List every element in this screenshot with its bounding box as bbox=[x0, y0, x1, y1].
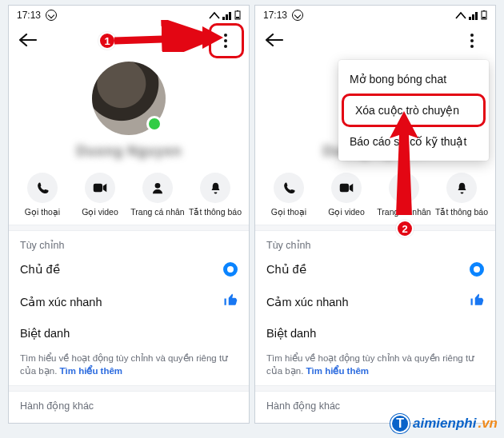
watermark: Taimienphi.vn bbox=[390, 414, 498, 433]
messenger-icon bbox=[292, 10, 303, 21]
row-theme-label: Chủ đề bbox=[20, 263, 60, 276]
avatar[interactable] bbox=[92, 62, 166, 135]
thumbs-up-icon bbox=[223, 293, 238, 311]
battery-icon bbox=[234, 10, 241, 20]
profile-name: Duong Nguyen bbox=[9, 143, 249, 160]
divider bbox=[255, 385, 495, 392]
theme-color-icon bbox=[470, 262, 484, 277]
section-customize: Tùy chỉnh bbox=[9, 231, 249, 254]
svg-rect-3 bbox=[94, 184, 102, 193]
more-menu-button[interactable] bbox=[458, 27, 486, 54]
row-quick-reaction-label: Cảm xúc nhanh bbox=[266, 296, 349, 309]
mute-button[interactable]: Tắt thông báo bbox=[434, 173, 490, 217]
row-nickname[interactable]: Biệt danh bbox=[9, 319, 249, 348]
status-icons bbox=[455, 10, 487, 20]
action-row: Gọi thoại Gọi video Trang cá nhân Tắt th… bbox=[255, 160, 495, 225]
back-button[interactable] bbox=[18, 30, 38, 51]
annotation-arrow-2 bbox=[380, 111, 428, 231]
divider bbox=[9, 385, 249, 392]
policy-link[interactable]: Tìm hiểu thêm bbox=[306, 366, 370, 376]
mute-label: Tắt thông báo bbox=[434, 207, 490, 217]
policy-link[interactable]: Tìm hiểu thêm bbox=[60, 366, 123, 376]
section-other: Hành động khác bbox=[255, 392, 495, 415]
presence-indicator bbox=[146, 116, 162, 132]
video-button[interactable]: Gọi video bbox=[72, 173, 128, 217]
profile-label: Trang cá nhân bbox=[130, 207, 186, 217]
divider bbox=[255, 225, 495, 231]
divider bbox=[9, 225, 249, 231]
section-other: Hành động khác bbox=[9, 392, 249, 415]
mute-label: Tắt thông báo bbox=[187, 207, 243, 217]
svg-rect-1 bbox=[237, 10, 238, 11]
section-customize: Tùy chỉnh bbox=[255, 231, 495, 254]
call-button[interactable]: Gọi thoại bbox=[14, 173, 70, 217]
policy-text: Tìm hiểu về hoạt động tùy chỉnh và quyền… bbox=[255, 348, 495, 385]
svg-rect-9 bbox=[482, 17, 486, 18]
call-button[interactable]: Gọi thoại bbox=[261, 173, 317, 217]
row-theme[interactable]: Chủ đề bbox=[255, 254, 495, 285]
svg-rect-2 bbox=[236, 17, 239, 18]
row-theme[interactable]: Chủ đề bbox=[9, 254, 249, 285]
svg-point-4 bbox=[155, 183, 161, 189]
theme-color-icon bbox=[223, 262, 238, 277]
video-label: Gọi video bbox=[72, 207, 128, 217]
row-quick-reaction-label: Cảm xúc nhanh bbox=[20, 296, 102, 309]
row-quick-reaction[interactable]: Cảm xúc nhanh bbox=[9, 285, 249, 319]
status-time: 17:13 bbox=[17, 10, 41, 21]
policy-text: Tìm hiểu về hoạt động tùy chỉnh và quyền… bbox=[9, 348, 249, 385]
header bbox=[255, 23, 495, 58]
row-theme-label: Chủ đề bbox=[266, 263, 306, 276]
phone-screen-2: 17:13 Duong Nguyen Gọi thoại Gọi bbox=[254, 5, 496, 424]
action-row: Gọi thoại Gọi video Trang cá nhân Tắt th… bbox=[9, 160, 249, 225]
call-label: Gọi thoại bbox=[14, 207, 70, 217]
svg-marker-6 bbox=[202, 26, 223, 49]
row-nickname[interactable]: Biệt danh bbox=[255, 319, 495, 348]
phone-screen-1: 17:13 Duong Nguyen Gọi thoại Gọi bbox=[8, 5, 250, 424]
messenger-icon bbox=[46, 10, 57, 21]
row-quick-reaction[interactable]: Cảm xúc nhanh bbox=[255, 285, 495, 319]
row-nickname-label: Biệt danh bbox=[266, 327, 316, 340]
call-label: Gọi thoại bbox=[261, 207, 317, 217]
status-time: 17:13 bbox=[263, 10, 287, 21]
annotation-step-2: 2 bbox=[396, 220, 414, 237]
mute-button[interactable]: Tắt thông báo bbox=[187, 173, 243, 217]
svg-rect-8 bbox=[483, 10, 485, 11]
back-button[interactable] bbox=[265, 30, 284, 51]
thumbs-up-icon bbox=[470, 293, 484, 311]
status-bar: 17:13 bbox=[255, 6, 495, 23]
svg-marker-12 bbox=[390, 111, 418, 215]
status-icons bbox=[209, 10, 241, 20]
svg-rect-10 bbox=[340, 184, 349, 193]
annotation-arrow-1 bbox=[111, 20, 223, 52]
video-button[interactable]: Gọi video bbox=[318, 173, 374, 217]
svg-line-5 bbox=[114, 38, 212, 41]
menu-open-bubble[interactable]: Mở bong bóng chat bbox=[338, 65, 489, 94]
video-label: Gọi video bbox=[318, 207, 374, 217]
profile-section: Duong Nguyen bbox=[9, 58, 249, 160]
profile-button[interactable]: Trang cá nhân bbox=[130, 173, 186, 217]
row-nickname-label: Biệt danh bbox=[20, 327, 70, 340]
